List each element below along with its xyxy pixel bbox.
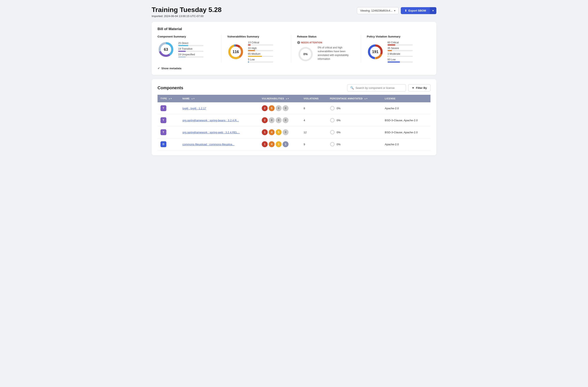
stat-low-bar-wrap — [248, 61, 273, 62]
cell-license: BSD-3-Clause, Apache-2.0 — [382, 126, 430, 138]
cell-type: T — [158, 102, 179, 114]
table-header-row: TYPE ▲▼ NAME ▲▼ VULNERABILITIES ▲▼ VIOLA… — [158, 95, 430, 102]
annotated-pct-label: 0% — [336, 131, 340, 134]
stat-low: 5 Low — [248, 58, 273, 62]
vuln-badge[interactable]: 1 — [262, 129, 268, 135]
vuln-badge[interactable]: 4 — [269, 129, 275, 135]
sort-annotated-icon[interactable]: ▲▼ — [364, 98, 368, 100]
show-metadata-toggle[interactable]: ✓ Show metadata — [158, 67, 430, 70]
policy-severe-bar-wrap — [387, 50, 413, 51]
component-link[interactable]: commons-fileupload : commons-fileuploa..… — [182, 143, 234, 146]
vuln-badge[interactable]: 0 — [276, 105, 282, 111]
cell-name: commons-fileupload : commons-fileuploa..… — [179, 138, 259, 150]
bom-card: Bill of Material Component Summary — [152, 22, 436, 75]
vuln-badge[interactable]: 1 — [262, 141, 268, 147]
policy-low-bar — [387, 61, 400, 62]
cell-vulnerabilities: 1450 — [259, 126, 301, 138]
release-title-text: Release Status — [297, 35, 317, 38]
stat-direct: 25 Direct — [178, 42, 203, 46]
cell-violations: 12 — [301, 126, 327, 138]
annotated-wrap: 0% — [330, 142, 379, 147]
policy-stat-low: 93 Low — [387, 58, 413, 62]
policy-moderate-label: 3 Moderate — [387, 52, 413, 55]
component-donut: 63 — [158, 41, 174, 58]
vuln-summary-title: Vulnerabilities Summary — [227, 35, 285, 38]
cell-name: org.springframework : spring-beans : 3.2… — [179, 114, 259, 126]
sort-type-icon[interactable]: ▲▼ — [168, 98, 172, 100]
stat-critical-bar — [248, 44, 251, 45]
chevron-down-icon: ▾ — [394, 9, 396, 12]
viewing-dropdown[interactable]: Viewing: 1249236d91fc4... ▾ — [357, 7, 399, 14]
export-sbom-button[interactable]: ⬇ Export SBOM — [401, 7, 430, 14]
cell-annotated: 0% — [327, 114, 382, 126]
filter-label: Filter By — [416, 86, 427, 89]
annotated-pct-label: 0% — [336, 119, 340, 122]
sort-vuln-icon[interactable]: ▲▼ — [286, 98, 289, 100]
component-link[interactable]: org.springframework : spring-beans : 3.2… — [182, 119, 239, 122]
cell-name: org.springframework : spring-web : 3.2.4… — [179, 126, 259, 138]
table-row: Torg.springframework : spring-beans : 3.… — [158, 114, 430, 126]
component-link[interactable]: org.springframework : spring-web : 3.2.4… — [182, 131, 240, 134]
needs-attention-row: i NEEDS ATTENTION — [297, 41, 355, 44]
component-link[interactable]: log4j : log4j : 1.2.17 — [182, 107, 206, 110]
vuln-badge[interactable]: 2 — [262, 117, 268, 123]
cell-type: T — [158, 114, 179, 126]
vuln-badge[interactable]: 0 — [283, 129, 289, 135]
title-block: Training Tuesday 5.28 Imported: 2024-06-… — [152, 6, 222, 18]
release-status-title: Release Status — [297, 35, 355, 38]
stat-unspecified: 19 Unspecified — [178, 53, 203, 58]
search-icon: 🔍 — [350, 86, 354, 89]
vuln-summary-content: 116 13 Critical 33 High — [227, 41, 285, 62]
component-summary-content: 63 25 Direct 19 Transitive — [158, 41, 215, 58]
release-description: 0% of critical and high vulnerabilities … — [318, 46, 355, 61]
vuln-badge[interactable]: 5 — [276, 129, 282, 135]
policy-severe-label: 35 Severe — [387, 47, 413, 50]
type-badge: T — [161, 129, 166, 135]
table-row: Torg.springframework : spring-web : 3.2.… — [158, 126, 430, 138]
table-row: Tlog4j : log4j : 1.2.17250080%Apache-2.0 — [158, 102, 430, 114]
search-input[interactable] — [356, 86, 403, 89]
stat-low-bar — [248, 61, 249, 62]
vuln-badge[interactable]: 2 — [262, 105, 268, 111]
vuln-badge[interactable]: 1 — [276, 141, 282, 147]
stat-high: 33 High — [248, 47, 273, 51]
policy-donut: 191 — [367, 43, 384, 60]
vuln-stat-list: 13 Critical 33 High 65 Med — [248, 41, 273, 62]
metadata-chevron-icon: ✓ — [158, 67, 160, 70]
annotated-wrap: 0% — [330, 118, 379, 123]
component-stat-list: 25 Direct 19 Transitive 19 — [178, 42, 203, 58]
stat-unspecified-label: 19 Unspecified — [178, 53, 203, 56]
stat-medium-label: 65 Medium — [248, 52, 273, 55]
sort-name-icon[interactable]: ▲▼ — [191, 98, 195, 100]
cell-annotated: 0% — [327, 126, 382, 138]
export-caret-button[interactable]: ▾ — [430, 7, 436, 14]
export-label: Export SBOM — [408, 9, 426, 12]
vuln-badge[interactable]: 0 — [269, 117, 275, 123]
top-header: Training Tuesday 5.28 Imported: 2024-06-… — [152, 6, 436, 18]
vuln-badge[interactable]: 0 — [283, 117, 289, 123]
th-violations: VIOLATIONS — [301, 95, 327, 102]
stat-low-label: 5 Low — [248, 58, 273, 61]
vuln-badge[interactable]: 0 — [276, 117, 282, 123]
policy-critical-label: 60 Critical — [387, 41, 413, 44]
vuln-badge[interactable]: 4 — [269, 141, 275, 147]
stat-medium-bar-wrap — [248, 56, 273, 57]
policy-stat-moderate: 3 Moderate — [387, 52, 413, 57]
vuln-badges: 1450 — [262, 129, 298, 135]
vuln-badge[interactable]: 1 — [283, 141, 289, 147]
policy-stat-list: 60 Critical 35 Severe 3 Mo — [387, 41, 413, 62]
header-actions: Viewing: 1249236d91fc4... ▾ ⬇ Export SBO… — [357, 7, 436, 14]
vuln-badge[interactable]: 0 — [283, 105, 289, 111]
vuln-summary-section: Vulnerabilities Summary — [221, 35, 291, 62]
policy-total: 191 — [372, 50, 378, 54]
filter-by-button[interactable]: ▼ Filter By — [408, 84, 430, 91]
cell-type: T — [158, 126, 179, 138]
vuln-badges: 1411 — [262, 141, 298, 147]
policy-critical-bar — [387, 44, 395, 45]
search-box[interactable]: 🔍 — [347, 84, 406, 91]
component-total: 63 — [164, 47, 168, 52]
policy-stat-critical: 60 Critical — [387, 41, 413, 45]
components-title: Components — [158, 85, 183, 90]
component-summary-title: Component Summary — [158, 35, 215, 38]
vuln-badge[interactable]: 5 — [269, 105, 275, 111]
